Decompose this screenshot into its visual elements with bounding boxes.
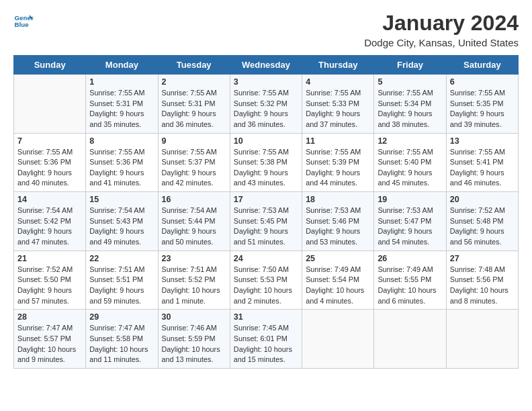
calendar-cell: 20Sunrise: 7:52 AMSunset: 5:48 PMDayligh… — [446, 192, 518, 251]
day-info: Sunrise: 7:53 AMSunset: 5:45 PMDaylight:… — [234, 205, 298, 248]
calendar-cell: 3Sunrise: 7:55 AMSunset: 5:32 PMDaylight… — [230, 75, 302, 134]
day-info: Sunrise: 7:49 AMSunset: 5:54 PMDaylight:… — [306, 265, 370, 307]
day-number: 18 — [306, 195, 370, 204]
page-header: General Blue January 2024 Dodge City, Ka… — [13, 11, 519, 48]
weekday-header-tuesday: Tuesday — [158, 56, 230, 75]
calendar-table: SundayMondayTuesdayWednesdayThursdayFrid… — [13, 55, 519, 369]
calendar-cell: 25Sunrise: 7:49 AMSunset: 5:54 PMDayligh… — [302, 250, 374, 310]
calendar-cell: 29Sunrise: 7:47 AMSunset: 5:58 PMDayligh… — [86, 310, 158, 369]
calendar-cell — [14, 75, 86, 134]
calendar-cell — [374, 310, 446, 369]
page-subtitle: Dodge City, Kansas, United States — [364, 37, 519, 48]
calendar-cell: 18Sunrise: 7:53 AMSunset: 5:46 PMDayligh… — [302, 192, 374, 251]
day-info: Sunrise: 7:55 AMSunset: 5:37 PMDaylight:… — [162, 147, 226, 189]
calendar-week-row: 14Sunrise: 7:54 AMSunset: 5:42 PMDayligh… — [14, 192, 519, 251]
calendar-cell: 19Sunrise: 7:53 AMSunset: 5:47 PMDayligh… — [374, 192, 446, 251]
day-number: 20 — [450, 195, 515, 204]
calendar-cell: 30Sunrise: 7:46 AMSunset: 5:59 PMDayligh… — [158, 310, 230, 369]
weekday-header-sunday: Sunday — [14, 56, 86, 75]
day-number: 28 — [17, 312, 82, 322]
calendar-cell: 26Sunrise: 7:49 AMSunset: 5:55 PMDayligh… — [374, 250, 446, 310]
day-number: 7 — [17, 136, 82, 146]
calendar-cell: 16Sunrise: 7:54 AMSunset: 5:44 PMDayligh… — [158, 192, 230, 251]
calendar-cell: 13Sunrise: 7:55 AMSunset: 5:41 PMDayligh… — [446, 133, 518, 192]
day-info: Sunrise: 7:51 AMSunset: 5:51 PMDaylight:… — [89, 265, 154, 307]
day-info: Sunrise: 7:49 AMSunset: 5:55 PMDaylight:… — [378, 265, 442, 307]
calendar-cell: 14Sunrise: 7:54 AMSunset: 5:42 PMDayligh… — [14, 192, 86, 251]
day-info: Sunrise: 7:55 AMSunset: 5:31 PMDaylight:… — [162, 88, 226, 130]
day-info: Sunrise: 7:47 AMSunset: 5:58 PMDaylight:… — [89, 323, 154, 365]
calendar-cell: 17Sunrise: 7:53 AMSunset: 5:45 PMDayligh… — [230, 192, 302, 251]
calendar-week-row: 28Sunrise: 7:47 AMSunset: 5:57 PMDayligh… — [14, 310, 519, 369]
day-number: 5 — [378, 77, 442, 87]
day-number: 22 — [89, 254, 154, 263]
calendar-cell: 1Sunrise: 7:55 AMSunset: 5:31 PMDaylight… — [86, 75, 158, 134]
calendar-cell: 15Sunrise: 7:54 AMSunset: 5:43 PMDayligh… — [86, 192, 158, 251]
logo: General Blue — [13, 11, 34, 31]
day-number: 13 — [450, 136, 515, 146]
calendar-cell: 6Sunrise: 7:55 AMSunset: 5:35 PMDaylight… — [446, 75, 518, 134]
weekday-header-monday: Monday — [86, 56, 158, 75]
calendar-cell: 22Sunrise: 7:51 AMSunset: 5:51 PMDayligh… — [86, 250, 158, 310]
day-info: Sunrise: 7:55 AMSunset: 5:33 PMDaylight:… — [306, 88, 370, 130]
day-number: 23 — [162, 254, 226, 263]
calendar-cell: 5Sunrise: 7:55 AMSunset: 5:34 PMDaylight… — [374, 75, 446, 134]
day-number: 15 — [89, 195, 154, 204]
day-number: 19 — [378, 195, 442, 204]
day-info: Sunrise: 7:46 AMSunset: 5:59 PMDaylight:… — [162, 323, 226, 365]
day-number: 3 — [234, 77, 298, 87]
calendar-cell: 4Sunrise: 7:55 AMSunset: 5:33 PMDaylight… — [302, 75, 374, 134]
day-number: 30 — [162, 312, 226, 322]
calendar-cell: 9Sunrise: 7:55 AMSunset: 5:37 PMDaylight… — [158, 133, 230, 192]
day-number: 11 — [306, 136, 370, 146]
day-number: 17 — [234, 195, 298, 204]
calendar-cell: 31Sunrise: 7:45 AMSunset: 6:01 PMDayligh… — [230, 310, 302, 369]
page-title: January 2024 — [364, 11, 519, 36]
calendar-cell: 24Sunrise: 7:50 AMSunset: 5:53 PMDayligh… — [230, 250, 302, 310]
day-info: Sunrise: 7:55 AMSunset: 5:35 PMDaylight:… — [450, 88, 515, 130]
weekday-header-friday: Friday — [374, 56, 446, 75]
day-number: 12 — [378, 136, 442, 146]
day-info: Sunrise: 7:55 AMSunset: 5:41 PMDaylight:… — [450, 147, 515, 189]
day-info: Sunrise: 7:55 AMSunset: 5:38 PMDaylight:… — [234, 147, 298, 189]
calendar-cell: 12Sunrise: 7:55 AMSunset: 5:40 PMDayligh… — [374, 133, 446, 192]
day-number: 26 — [378, 254, 442, 263]
weekday-header-wednesday: Wednesday — [230, 56, 302, 75]
day-number: 2 — [162, 77, 226, 87]
calendar-header: SundayMondayTuesdayWednesdayThursdayFrid… — [14, 56, 519, 75]
day-info: Sunrise: 7:55 AMSunset: 5:36 PMDaylight:… — [17, 147, 82, 189]
day-number: 8 — [89, 136, 154, 146]
day-number: 21 — [17, 254, 82, 263]
day-number: 6 — [450, 77, 515, 87]
day-number: 16 — [162, 195, 226, 204]
calendar-body: 1Sunrise: 7:55 AMSunset: 5:31 PMDaylight… — [14, 75, 519, 369]
calendar-cell: 7Sunrise: 7:55 AMSunset: 5:36 PMDaylight… — [14, 133, 86, 192]
svg-text:Blue: Blue — [15, 21, 30, 28]
day-number: 1 — [89, 77, 154, 87]
calendar-cell: 27Sunrise: 7:48 AMSunset: 5:56 PMDayligh… — [446, 250, 518, 310]
day-info: Sunrise: 7:55 AMSunset: 5:31 PMDaylight:… — [89, 88, 154, 130]
calendar-cell — [302, 310, 374, 369]
day-number: 25 — [306, 254, 370, 263]
calendar-cell: 28Sunrise: 7:47 AMSunset: 5:57 PMDayligh… — [14, 310, 86, 369]
day-info: Sunrise: 7:55 AMSunset: 5:40 PMDaylight:… — [378, 147, 442, 189]
day-number: 24 — [234, 254, 298, 263]
day-info: Sunrise: 7:47 AMSunset: 5:57 PMDaylight:… — [17, 323, 82, 365]
day-number: 27 — [450, 254, 515, 263]
day-number: 14 — [17, 195, 82, 204]
day-info: Sunrise: 7:52 AMSunset: 5:50 PMDaylight:… — [17, 265, 82, 307]
day-number: 4 — [306, 77, 370, 87]
day-info: Sunrise: 7:54 AMSunset: 5:42 PMDaylight:… — [17, 205, 82, 248]
calendar-cell: 23Sunrise: 7:51 AMSunset: 5:52 PMDayligh… — [158, 250, 230, 310]
day-info: Sunrise: 7:48 AMSunset: 5:56 PMDaylight:… — [450, 265, 515, 307]
weekday-header-saturday: Saturday — [446, 56, 518, 75]
calendar-cell: 11Sunrise: 7:55 AMSunset: 5:39 PMDayligh… — [302, 133, 374, 192]
day-info: Sunrise: 7:53 AMSunset: 5:46 PMDaylight:… — [306, 205, 370, 248]
weekday-header-thursday: Thursday — [302, 56, 374, 75]
title-area: January 2024 Dodge City, Kansas, United … — [364, 11, 519, 48]
day-info: Sunrise: 7:50 AMSunset: 5:53 PMDaylight:… — [234, 265, 298, 307]
calendar-week-row: 1Sunrise: 7:55 AMSunset: 5:31 PMDaylight… — [14, 75, 519, 134]
calendar-cell: 10Sunrise: 7:55 AMSunset: 5:38 PMDayligh… — [230, 133, 302, 192]
day-info: Sunrise: 7:54 AMSunset: 5:43 PMDaylight:… — [89, 205, 154, 248]
day-info: Sunrise: 7:51 AMSunset: 5:52 PMDaylight:… — [162, 265, 226, 307]
